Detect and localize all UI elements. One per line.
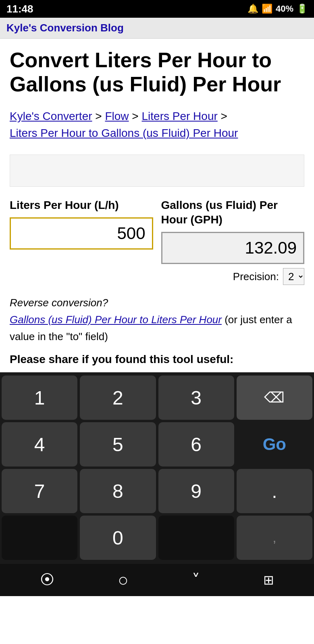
main-content: Convert Liters Per Hour to Gallons (us F…	[0, 39, 314, 372]
key-8[interactable]: 8	[80, 469, 156, 513]
breadcrumb-link-full[interactable]: Liters Per Hour to Gallons (us Fluid) Pe…	[10, 127, 238, 139]
converter-section: Liters Per Hour (L/h) Gallons (us Fluid)…	[10, 198, 304, 285]
to-label: Gallons (us Fluid) Per Hour (GPH)	[161, 198, 305, 227]
precision-label: Precision:	[233, 270, 279, 283]
recent-button[interactable]: ⊞	[255, 568, 282, 592]
ad-placeholder	[10, 155, 304, 187]
key-9[interactable]: 9	[158, 469, 234, 513]
key-dot[interactable]: .	[237, 469, 312, 513]
key-4[interactable]: 4	[2, 422, 77, 466]
precision-select[interactable]: 0 1 2 3 4 5	[283, 268, 304, 285]
from-label: Liters Per Hour (L/h)	[10, 198, 153, 213]
status-time: 11:48	[6, 3, 33, 15]
share-text: Please share if you found this tool usef…	[10, 353, 304, 366]
battery-icon: 🔋	[297, 4, 308, 14]
key-2[interactable]: 2	[80, 376, 156, 420]
key-7[interactable]: 7	[2, 469, 77, 513]
breadcrumb: Kyle's Converter > Flow > Liters Per Hou…	[10, 108, 304, 142]
browser-bar[interactable]: Kyle's Conversion Blog	[0, 18, 314, 39]
back-button[interactable]: ˅	[184, 567, 208, 593]
precision-row: Precision: 0 1 2 3 4 5	[161, 268, 305, 285]
breadcrumb-sep-1: >	[95, 110, 105, 122]
signal-icon: 📶	[262, 4, 272, 14]
reverse-link[interactable]: Gallons (us Fluid) Per Hour to Liters Pe…	[10, 314, 222, 326]
alarm-icon: 🔔	[247, 4, 258, 14]
from-input[interactable]	[10, 217, 153, 250]
nav-bar: ⦿ ○ ˅ ⊞	[0, 564, 314, 596]
key-comma[interactable]: ,	[237, 516, 312, 560]
browser-url-text: Kyle's Conversion Blog	[6, 22, 124, 34]
to-input[interactable]	[161, 232, 305, 264]
from-col: Liters Per Hour (L/h)	[10, 198, 153, 250]
home-button[interactable]: ○	[110, 566, 137, 594]
page-title: Convert Liters Per Hour to Gallons (us F…	[10, 48, 304, 97]
to-col: Gallons (us Fluid) Per Hour (GPH) Precis…	[161, 198, 305, 285]
key-empty-left	[2, 516, 77, 560]
status-bar: 11:48 🔔 📶 40% 🔋	[0, 0, 314, 18]
breadcrumb-sep-2: >	[132, 110, 141, 122]
status-right: 🔔 📶 40% 🔋	[247, 4, 308, 14]
keyboard-row-1: 1 2 3 ⌫	[2, 376, 312, 420]
keyboard-row-4: 0 ,	[2, 516, 312, 560]
breadcrumb-link-flow[interactable]: Flow	[105, 110, 129, 122]
key-5[interactable]: 5	[80, 422, 156, 466]
key-backspace[interactable]: ⌫	[237, 376, 312, 420]
breadcrumb-link-liters[interactable]: Liters Per Hour	[142, 110, 218, 122]
breadcrumb-sep-3: >	[221, 110, 227, 122]
keyboard-row-3: 7 8 9 .	[2, 469, 312, 513]
key-1[interactable]: 1	[2, 376, 77, 420]
keyboard-row-2: 4 5 6 Go	[2, 422, 312, 466]
reverse-section: Reverse conversion? Gallons (us Fluid) P…	[10, 295, 304, 345]
key-3[interactable]: 3	[158, 376, 234, 420]
breadcrumb-link-kyles[interactable]: Kyle's Converter	[10, 110, 92, 122]
key-6[interactable]: 6	[158, 422, 234, 466]
menu-button[interactable]: ⦿	[32, 568, 62, 592]
reverse-prompt: Reverse conversion?	[10, 297, 108, 309]
key-0[interactable]: 0	[80, 516, 156, 560]
key-empty-right	[158, 516, 234, 560]
battery-text: 40%	[276, 4, 293, 14]
keyboard: 1 2 3 ⌫ 4 5 6 Go 7 8 9 . 0 ,	[0, 372, 314, 564]
key-go[interactable]: Go	[237, 422, 312, 466]
